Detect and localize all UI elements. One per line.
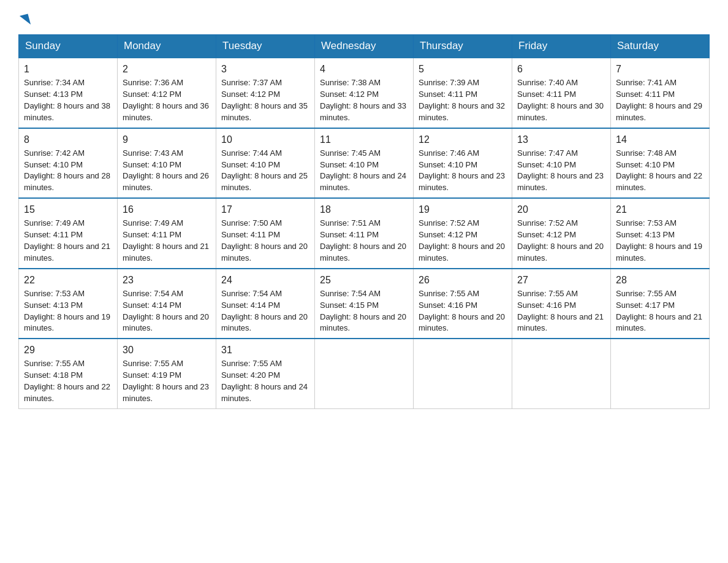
calendar-cell: 22Sunrise: 7:53 AMSunset: 4:13 PMDayligh… bbox=[19, 269, 118, 339]
daylight-text: Daylight: 8 hours and 22 minutes. bbox=[24, 382, 110, 403]
sunrise-text: Sunrise: 7:49 AM bbox=[24, 218, 85, 228]
day-number: 26 bbox=[419, 273, 507, 287]
logo-triangle-icon bbox=[20, 13, 31, 26]
sunrise-text: Sunrise: 7:40 AM bbox=[517, 78, 578, 87]
daylight-text: Daylight: 8 hours and 23 minutes. bbox=[419, 171, 505, 192]
calendar-cell: 15Sunrise: 7:49 AMSunset: 4:11 PMDayligh… bbox=[19, 198, 118, 269]
sunset-text: Sunset: 4:13 PM bbox=[24, 90, 83, 99]
daylight-text: Daylight: 8 hours and 26 minutes. bbox=[123, 171, 209, 192]
day-number: 25 bbox=[320, 273, 408, 287]
sunrise-text: Sunrise: 7:55 AM bbox=[517, 289, 578, 298]
day-number: 14 bbox=[616, 132, 704, 147]
sunset-text: Sunset: 4:11 PM bbox=[419, 90, 477, 99]
sunset-text: Sunset: 4:12 PM bbox=[517, 230, 576, 239]
calendar-table: SundayMondayTuesdayWednesdayThursdayFrid… bbox=[18, 34, 710, 409]
daylight-text: Daylight: 8 hours and 25 minutes. bbox=[221, 171, 308, 192]
calendar-cell: 30Sunrise: 7:55 AMSunset: 4:19 PMDayligh… bbox=[118, 339, 216, 408]
daylight-text: Daylight: 8 hours and 23 minutes. bbox=[517, 171, 604, 192]
day-number: 5 bbox=[419, 62, 507, 76]
sunset-text: Sunset: 4:12 PM bbox=[221, 90, 280, 99]
calendar-cell: 21Sunrise: 7:53 AMSunset: 4:13 PMDayligh… bbox=[611, 198, 710, 269]
day-number: 15 bbox=[24, 202, 112, 216]
day-number: 30 bbox=[123, 343, 211, 357]
column-header-monday: Monday bbox=[118, 35, 216, 58]
sunrise-text: Sunrise: 7:55 AM bbox=[616, 289, 677, 298]
calendar-cell: 24Sunrise: 7:54 AMSunset: 4:14 PMDayligh… bbox=[216, 269, 315, 339]
day-number: 19 bbox=[419, 202, 507, 216]
calendar-cell: 14Sunrise: 7:48 AMSunset: 4:10 PMDayligh… bbox=[611, 128, 710, 199]
column-header-sunday: Sunday bbox=[19, 35, 118, 58]
day-number: 20 bbox=[517, 202, 605, 216]
day-number: 1 bbox=[24, 62, 112, 76]
calendar-cell: 23Sunrise: 7:54 AMSunset: 4:14 PMDayligh… bbox=[118, 269, 216, 339]
sunset-text: Sunset: 4:12 PM bbox=[419, 230, 477, 239]
day-number: 29 bbox=[24, 343, 112, 357]
daylight-text: Daylight: 8 hours and 35 minutes. bbox=[221, 101, 308, 122]
calendar-cell: 7Sunrise: 7:41 AMSunset: 4:11 PMDaylight… bbox=[611, 58, 710, 128]
calendar-cell: 11Sunrise: 7:45 AMSunset: 4:10 PMDayligh… bbox=[315, 128, 414, 199]
calendar-cell: 2Sunrise: 7:36 AMSunset: 4:12 PMDaylight… bbox=[118, 58, 216, 128]
sunrise-text: Sunrise: 7:44 AM bbox=[221, 148, 282, 158]
logo bbox=[18, 15, 29, 26]
column-header-saturday: Saturday bbox=[611, 35, 710, 58]
sunset-text: Sunset: 4:18 PM bbox=[24, 370, 83, 380]
sunset-text: Sunset: 4:10 PM bbox=[320, 160, 379, 169]
sunset-text: Sunset: 4:11 PM bbox=[517, 90, 576, 99]
sunrise-text: Sunrise: 7:54 AM bbox=[320, 289, 381, 298]
sunset-text: Sunset: 4:10 PM bbox=[419, 160, 477, 169]
calendar-cell: 19Sunrise: 7:52 AMSunset: 4:12 PMDayligh… bbox=[414, 198, 512, 269]
sunrise-text: Sunrise: 7:55 AM bbox=[123, 359, 183, 368]
daylight-text: Daylight: 8 hours and 21 minutes. bbox=[616, 312, 702, 333]
calendar-cell: 29Sunrise: 7:55 AMSunset: 4:18 PMDayligh… bbox=[19, 339, 118, 408]
day-number: 31 bbox=[221, 343, 309, 357]
calendar-week-row: 22Sunrise: 7:53 AMSunset: 4:13 PMDayligh… bbox=[19, 269, 710, 339]
sunset-text: Sunset: 4:14 PM bbox=[123, 301, 181, 310]
sunrise-text: Sunrise: 7:51 AM bbox=[320, 218, 381, 228]
logo-blue-text bbox=[18, 15, 29, 26]
calendar-cell: 1Sunrise: 7:34 AMSunset: 4:13 PMDaylight… bbox=[19, 58, 118, 128]
sunset-text: Sunset: 4:14 PM bbox=[221, 301, 280, 310]
day-number: 28 bbox=[616, 273, 704, 287]
sunset-text: Sunset: 4:13 PM bbox=[616, 230, 675, 239]
sunset-text: Sunset: 4:16 PM bbox=[419, 301, 477, 310]
day-number: 23 bbox=[123, 273, 211, 287]
daylight-text: Daylight: 8 hours and 20 minutes. bbox=[221, 242, 308, 262]
daylight-text: Daylight: 8 hours and 33 minutes. bbox=[320, 101, 406, 122]
sunset-text: Sunset: 4:10 PM bbox=[123, 160, 181, 169]
sunset-text: Sunset: 4:11 PM bbox=[616, 90, 675, 99]
calendar-week-row: 29Sunrise: 7:55 AMSunset: 4:18 PMDayligh… bbox=[19, 339, 710, 408]
sunset-text: Sunset: 4:12 PM bbox=[123, 90, 181, 99]
sunrise-text: Sunrise: 7:46 AM bbox=[419, 148, 479, 158]
sunrise-text: Sunrise: 7:53 AM bbox=[616, 218, 677, 228]
daylight-text: Daylight: 8 hours and 22 minutes. bbox=[616, 171, 702, 192]
column-header-tuesday: Tuesday bbox=[216, 35, 315, 58]
sunset-text: Sunset: 4:10 PM bbox=[616, 160, 675, 169]
day-number: 12 bbox=[419, 132, 507, 147]
daylight-text: Daylight: 8 hours and 23 minutes. bbox=[123, 382, 209, 403]
daylight-text: Daylight: 8 hours and 21 minutes. bbox=[123, 242, 209, 262]
sunset-text: Sunset: 4:10 PM bbox=[221, 160, 280, 169]
daylight-text: Daylight: 8 hours and 30 minutes. bbox=[517, 101, 604, 122]
calendar-cell: 18Sunrise: 7:51 AMSunset: 4:11 PMDayligh… bbox=[315, 198, 414, 269]
daylight-text: Daylight: 8 hours and 32 minutes. bbox=[419, 101, 505, 122]
sunset-text: Sunset: 4:11 PM bbox=[123, 230, 181, 239]
sunset-text: Sunset: 4:17 PM bbox=[616, 301, 675, 310]
calendar-header-row: SundayMondayTuesdayWednesdayThursdayFrid… bbox=[19, 35, 710, 58]
calendar-cell: 31Sunrise: 7:55 AMSunset: 4:20 PMDayligh… bbox=[216, 339, 315, 408]
sunrise-text: Sunrise: 7:54 AM bbox=[221, 289, 282, 298]
calendar-cell: 17Sunrise: 7:50 AMSunset: 4:11 PMDayligh… bbox=[216, 198, 315, 269]
daylight-text: Daylight: 8 hours and 20 minutes. bbox=[221, 312, 308, 333]
day-number: 21 bbox=[616, 202, 704, 216]
daylight-text: Daylight: 8 hours and 20 minutes. bbox=[123, 312, 209, 333]
calendar-cell: 8Sunrise: 7:42 AMSunset: 4:10 PMDaylight… bbox=[19, 128, 118, 199]
sunrise-text: Sunrise: 7:54 AM bbox=[123, 289, 183, 298]
daylight-text: Daylight: 8 hours and 36 minutes. bbox=[123, 101, 209, 122]
sunrise-text: Sunrise: 7:34 AM bbox=[24, 78, 85, 87]
sunset-text: Sunset: 4:19 PM bbox=[123, 370, 181, 380]
sunrise-text: Sunrise: 7:52 AM bbox=[517, 218, 578, 228]
daylight-text: Daylight: 8 hours and 20 minutes. bbox=[419, 242, 505, 262]
sunrise-text: Sunrise: 7:47 AM bbox=[517, 148, 578, 158]
day-number: 10 bbox=[221, 132, 309, 147]
header-area bbox=[18, 12, 710, 26]
daylight-text: Daylight: 8 hours and 20 minutes. bbox=[320, 242, 406, 262]
